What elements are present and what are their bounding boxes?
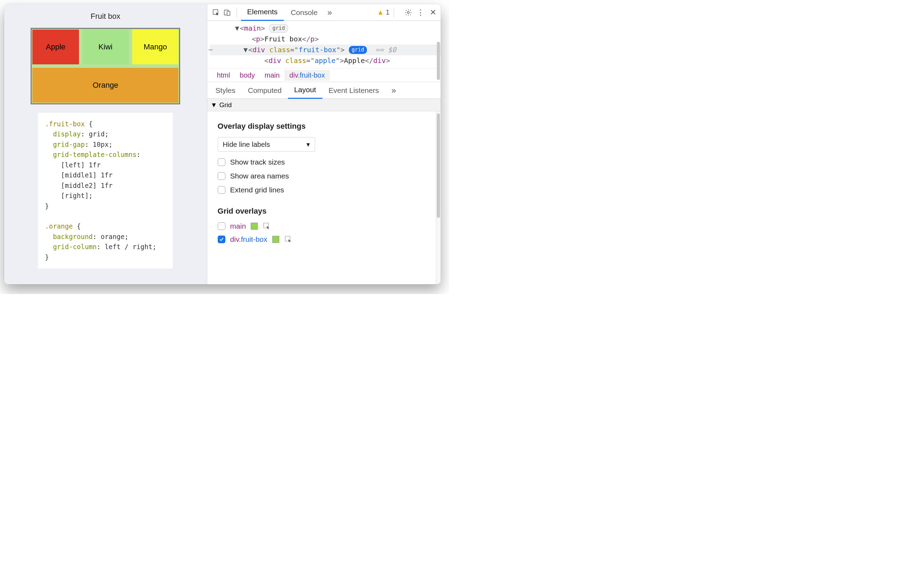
subtab-event-listeners[interactable]: Event Listeners xyxy=(322,82,385,99)
warning-number: 1 xyxy=(386,8,389,16)
code-snippet: .fruit-box { display: grid; grid-gap: 10… xyxy=(38,113,173,269)
toolbar-separator xyxy=(394,8,394,17)
fruit-box-grid: Apple Kiwi Mango Orange xyxy=(31,28,180,105)
cell-mango: Mango xyxy=(132,29,178,65)
chevron-down-icon: ▾ xyxy=(306,140,310,149)
inspect-icon[interactable] xyxy=(211,7,221,18)
section-title: Grid xyxy=(219,101,232,109)
checkbox-icon xyxy=(218,222,225,230)
checkbox-icon xyxy=(218,172,225,180)
layout-panel-body: Overlay display settings Hide line label… xyxy=(207,111,441,253)
dom-tree[interactable]: ▼<main> grid <p>Fruit box</p> ⋯ ▼<div cl… xyxy=(207,21,441,68)
crumb-div-fruit-box[interactable]: div.fruit-box xyxy=(284,70,330,81)
device-toggle-icon[interactable] xyxy=(222,7,232,18)
close-icon[interactable]: ✕ xyxy=(427,8,438,17)
checkbox-icon xyxy=(218,158,225,166)
checkbox-label: Extend grid lines xyxy=(230,186,284,194)
kebab-icon[interactable]: ⋮ xyxy=(416,8,425,17)
checkbox-icon xyxy=(218,236,225,243)
element-picker-icon[interactable] xyxy=(284,235,292,243)
sidebar-tabs: Styles Computed Layout Event Listeners » xyxy=(207,82,441,99)
cell-kiwi: Kiwi xyxy=(82,29,129,65)
preview-title: Fruit box xyxy=(91,12,120,21)
dom-line-selected[interactable]: ⋯ ▼<div class="fruit-box"> grid == $0 xyxy=(210,45,441,55)
element-picker-icon[interactable] xyxy=(263,222,271,230)
crumb-main[interactable]: main xyxy=(260,70,284,81)
subtab-styles[interactable]: Styles xyxy=(209,82,242,99)
subtabs-more[interactable]: » xyxy=(391,86,396,95)
scrollbar-thumb[interactable] xyxy=(437,42,440,80)
checkbox-icon xyxy=(218,186,225,194)
tab-console[interactable]: Console xyxy=(284,4,324,21)
overlay-row-main[interactable]: main xyxy=(218,222,432,230)
section-header-grid[interactable]: ▼ Grid xyxy=(207,99,441,111)
checkbox-show-track-sizes[interactable]: Show track sizes xyxy=(218,158,432,166)
overlay-name: div.fruit-box xyxy=(230,235,268,243)
overlay-name: main xyxy=(230,222,246,230)
tabs-more[interactable]: » xyxy=(324,4,335,21)
checkbox-label: Show track sizes xyxy=(230,158,285,166)
crumb-body[interactable]: body xyxy=(235,70,260,81)
checkbox-extend-grid-lines[interactable]: Extend grid lines xyxy=(218,186,432,194)
cell-orange: Orange xyxy=(32,68,178,103)
crumb-html[interactable]: html xyxy=(212,70,235,81)
checkbox-show-area-names[interactable]: Show area names xyxy=(218,172,432,180)
checkbox-label: Show area names xyxy=(230,172,289,180)
cell-apple: Apple xyxy=(32,29,78,65)
overlay-settings-title: Overlay display settings xyxy=(218,122,432,131)
tab-elements[interactable]: Elements xyxy=(241,4,284,21)
svg-point-3 xyxy=(407,11,409,14)
devtools-pane: Elements Console » ▲ 1 ⋮ ✕ ▼<main> grid … xyxy=(207,4,441,284)
grid-overlays-title: Grid overlays xyxy=(218,207,432,216)
dom-line-p[interactable]: <p>Fruit box</p> xyxy=(210,34,441,45)
warning-count[interactable]: ▲ 1 xyxy=(377,8,389,16)
disclosure-icon: ▼ xyxy=(211,101,217,109)
toolbar-separator xyxy=(237,8,237,17)
overlay-row-fruit-box[interactable]: div.fruit-box xyxy=(218,235,432,243)
devtools-toolbar: Elements Console » ▲ 1 ⋮ ✕ xyxy=(207,4,441,21)
page-preview-pane: Fruit box Apple Kiwi Mango Orange .fruit… xyxy=(4,4,207,284)
dom-line-main[interactable]: ▼<main> grid xyxy=(210,23,441,34)
breadcrumb: html body main div.fruit-box xyxy=(207,68,441,82)
svg-rect-2 xyxy=(227,11,230,15)
color-swatch[interactable] xyxy=(272,236,279,243)
line-labels-select[interactable]: Hide line labels ▾ xyxy=(218,137,315,152)
dom-line-child[interactable]: <div class="apple">Apple</div> xyxy=(210,55,441,66)
color-swatch[interactable] xyxy=(251,223,258,229)
devtools-window: Fruit box Apple Kiwi Mango Orange .fruit… xyxy=(4,4,441,284)
subtab-layout[interactable]: Layout xyxy=(288,82,322,99)
warning-icon: ▲ xyxy=(377,8,384,16)
subtab-computed[interactable]: Computed xyxy=(242,82,288,99)
select-value: Hide line labels xyxy=(223,140,270,149)
gear-icon[interactable] xyxy=(403,7,414,18)
